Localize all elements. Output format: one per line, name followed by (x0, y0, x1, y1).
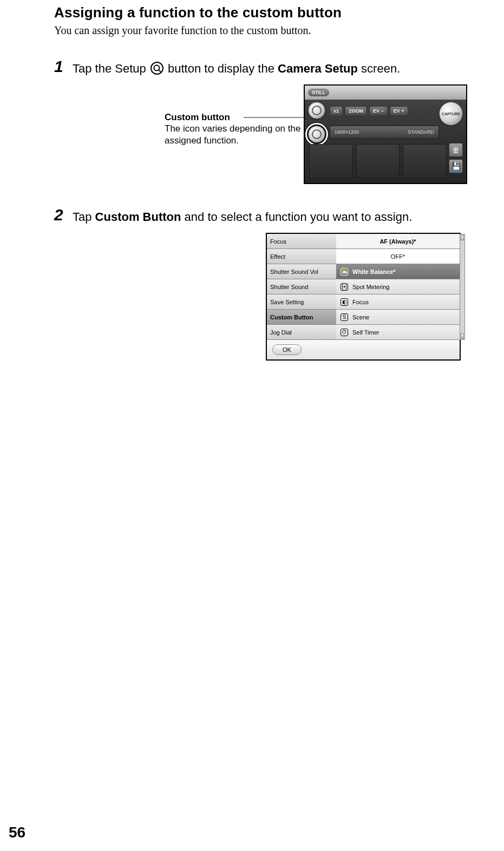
setup-icon (150, 62, 163, 75)
setting-label: Effect (270, 253, 285, 260)
scrollbar[interactable] (460, 234, 465, 340)
option-focus[interactable]: ◐Focus (336, 294, 460, 310)
mode-indicator: STILL (308, 89, 329, 96)
step-2: 2 Tap Custom Button and to select a func… (54, 209, 472, 225)
step-1-text: Tap the Setup button to display the Came… (73, 61, 472, 77)
settings-right-column: AF (Always)* OFF* ⛅White Balance* [•]Spo… (336, 234, 460, 340)
setting-shutter-sound[interactable]: Shutter Sound (267, 279, 336, 294)
setting-label: Save Setting (270, 299, 304, 305)
setting-label: Shutter Sound (270, 284, 308, 290)
option-self-timer[interactable]: ⏱Self Timer (336, 325, 460, 340)
scene-icon: S (341, 313, 348, 321)
thumbnail-slot[interactable] (356, 144, 400, 179)
step-2-number: 2 (54, 207, 73, 223)
setting-shutter-sound-vol[interactable]: Shutter Sound Vol (267, 264, 336, 279)
zoom-label[interactable]: ZOOM (345, 106, 367, 116)
step-2-text: Tap Custom Button and to select a functi… (73, 209, 472, 225)
zoom-mag[interactable]: x1 (330, 106, 343, 116)
option-label: Spot Metering (352, 284, 389, 290)
focus-value: AF (Always)* (336, 234, 460, 249)
step-2-tail: and to select a function you want to ass… (181, 210, 412, 224)
section-title: Assigning a function to the custom butto… (54, 4, 472, 21)
capture-button[interactable]: CAPTURE (439, 102, 463, 126)
option-scene[interactable]: SScene (336, 310, 460, 325)
option-label: White Balance* (352, 269, 395, 275)
settings-left-column: Focus Effect Shutter Sound Vol Shutter S… (267, 234, 336, 340)
section-description: You can assign your favorite function to… (54, 24, 472, 37)
white-balance-icon: ⛅ (341, 268, 348, 276)
step-2-bold: Custom Button (95, 210, 181, 224)
custom-button[interactable] (308, 126, 325, 143)
focus-icon: ◐ (341, 298, 348, 306)
capture-label: CAPTURE (442, 112, 460, 116)
ev-plus-button[interactable]: EV + (390, 106, 408, 116)
step-1: 1 Tap the Setup button to display the Ca… (54, 61, 472, 77)
step-1-pre: Tap the Setup (73, 62, 149, 75)
step-1-post: button to display the (165, 62, 278, 75)
setting-label: Focus (270, 238, 286, 245)
save-icon[interactable]: 💾 (449, 159, 463, 173)
option-white-balance[interactable]: ⛅White Balance* (336, 264, 460, 279)
resolution-indicator: 1600×1200 (335, 129, 359, 135)
camera-statusbar: 1600×1200 STANDARD (330, 126, 439, 139)
step-2-pre: Tap (73, 210, 95, 224)
option-spot-metering[interactable]: [•]Spot Metering (336, 279, 460, 294)
trash-icon[interactable]: 🗑 (449, 143, 463, 157)
ok-button[interactable]: OK (272, 344, 302, 355)
setting-custom-button[interactable]: Custom Button (267, 310, 336, 325)
setting-focus[interactable]: Focus (267, 234, 336, 249)
thumbnail-slot[interactable] (309, 144, 353, 179)
setting-save-setting[interactable]: Save Setting (267, 294, 336, 310)
flash-icon (312, 106, 322, 115)
camera-screenshot: STILL x1 ZOOM EV − EV + CAPTURE 1600×120… (304, 84, 467, 184)
setting-label: Custom Button (270, 314, 313, 320)
option-label: Focus (352, 299, 369, 305)
settings-screenshot: Focus Effect Shutter Sound Vol Shutter S… (266, 233, 461, 361)
camera-toolbar: x1 ZOOM EV − EV + (330, 104, 408, 118)
setting-label: Jog Dial (270, 329, 292, 336)
flash-button[interactable] (308, 102, 325, 119)
quality-indicator: STANDARD (408, 129, 434, 135)
setting-effect[interactable]: Effect (267, 249, 336, 264)
page-number: 56 (9, 824, 25, 841)
option-label: Self Timer (352, 329, 379, 336)
callout-caption: The icon varies depending on the assigne… (165, 123, 305, 146)
effect-value: OFF* (336, 249, 460, 264)
camera-topbar: STILL (305, 86, 466, 100)
step-1-tail: screen. (358, 62, 400, 75)
wrench-icon (312, 129, 322, 139)
ev-minus-button[interactable]: EV − (369, 106, 388, 116)
thumbnail-strip (309, 144, 447, 179)
self-timer-icon: ⏱ (341, 329, 348, 336)
setting-label: Shutter Sound Vol (270, 269, 318, 275)
setting-jog-dial[interactable]: Jog Dial (267, 325, 336, 340)
step-1-bold: Camera Setup (278, 62, 358, 75)
spot-metering-icon: [•] (341, 283, 348, 291)
step-1-number: 1 (54, 58, 73, 75)
option-label: Scene (352, 314, 369, 320)
thumbnail-slot[interactable] (403, 144, 447, 179)
